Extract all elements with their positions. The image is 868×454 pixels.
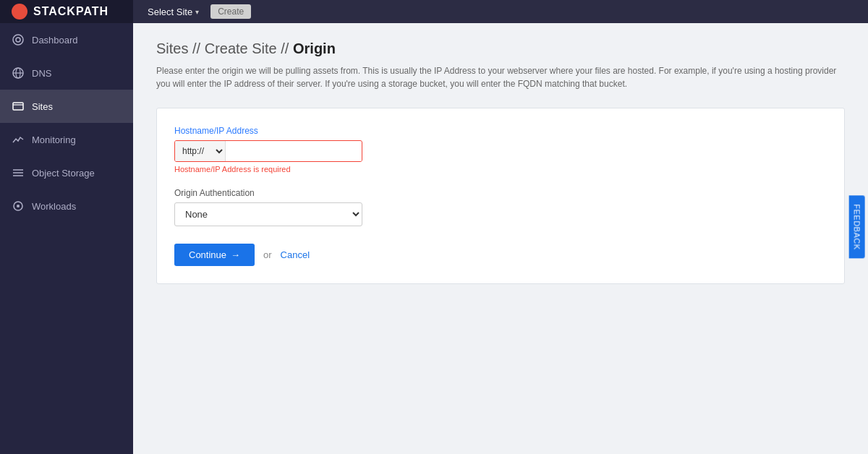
hostname-error: Hostname/IP Address is required <box>174 165 827 174</box>
dns-icon <box>12 67 25 80</box>
auth-select[interactable]: None Basic Token <box>174 202 362 226</box>
sites-icon <box>12 100 25 113</box>
nav-right: Select Site ▾ Create <box>133 0 868 23</box>
create-nav-button[interactable]: Create <box>210 4 251 19</box>
page-description: Please enter the origin we will be pulli… <box>156 64 845 90</box>
sidebar-item-dns[interactable]: DNS <box>0 56 133 90</box>
select-site-label: Select Site <box>148 7 192 17</box>
form-section: Hostname/IP Address http:// https:// Hos… <box>156 108 845 284</box>
svg-rect-5 <box>13 103 23 110</box>
form-actions: Continue → or Cancel <box>174 244 827 266</box>
layout: Dashboard DNS Sites <box>0 23 868 454</box>
hostname-input[interactable] <box>226 142 362 161</box>
sidebar-item-sites-label: Sites <box>32 101 53 112</box>
feedback-tab[interactable]: FEEDBACK <box>848 195 864 258</box>
feedback-label: FEEDBACK <box>852 204 861 249</box>
continue-button[interactable]: Continue → <box>174 244 255 266</box>
hostname-row: http:// https:// <box>174 140 362 162</box>
chevron-down-icon: ▾ <box>195 8 199 16</box>
sidebar-item-dns-label: DNS <box>32 68 51 79</box>
object-storage-icon <box>12 166 25 179</box>
sidebar-item-monitoring-label: Monitoring <box>32 134 76 145</box>
hostname-label: Hostname/IP Address <box>174 126 827 136</box>
select-site-button[interactable]: Select Site ▾ <box>142 4 205 20</box>
monitoring-icon <box>12 133 25 146</box>
sidebar-item-dashboard-label: Dashboard <box>32 35 78 46</box>
sidebar: Dashboard DNS Sites <box>0 23 133 454</box>
breadcrumb: Sites // Create Site // Origin <box>156 40 845 57</box>
auth-label: Origin Authentication <box>174 188 827 198</box>
breadcrumb-prefix: Sites // Create Site // <box>156 40 289 56</box>
sidebar-item-sites[interactable]: Sites <box>0 90 133 123</box>
sidebar-item-workloads[interactable]: Workloads <box>0 189 133 223</box>
dashboard-icon <box>12 33 25 46</box>
workloads-icon <box>12 200 25 213</box>
sidebar-item-object-storage-label: Object Storage <box>32 168 95 179</box>
sidebar-item-object-storage[interactable]: Object Storage <box>0 156 133 189</box>
stackpath-logo-icon <box>12 4 27 20</box>
main-content: Sites // Create Site // Origin Please en… <box>133 23 868 454</box>
auth-field-group: Origin Authentication None Basic Token <box>174 188 827 226</box>
logo-text: STACKPATH <box>33 5 109 18</box>
svg-point-1 <box>16 38 20 42</box>
top-nav: STACKPATH Select Site ▾ Create <box>0 0 868 23</box>
sidebar-item-monitoring[interactable]: Monitoring <box>0 123 133 156</box>
hostname-field-group: Hostname/IP Address http:// https:// Hos… <box>174 126 827 174</box>
svg-point-0 <box>13 35 23 45</box>
continue-label: Continue <box>189 249 226 260</box>
protocol-select[interactable]: http:// https:// <box>175 141 226 161</box>
svg-point-11 <box>17 205 20 207</box>
cancel-button[interactable]: Cancel <box>281 249 310 260</box>
breadcrumb-current: Origin <box>293 40 336 56</box>
arrow-icon: → <box>231 249 240 260</box>
logo-area: STACKPATH <box>0 0 133 23</box>
sidebar-item-workloads-label: Workloads <box>32 201 76 212</box>
or-text: or <box>263 249 272 260</box>
sidebar-item-dashboard[interactable]: Dashboard <box>0 23 133 56</box>
